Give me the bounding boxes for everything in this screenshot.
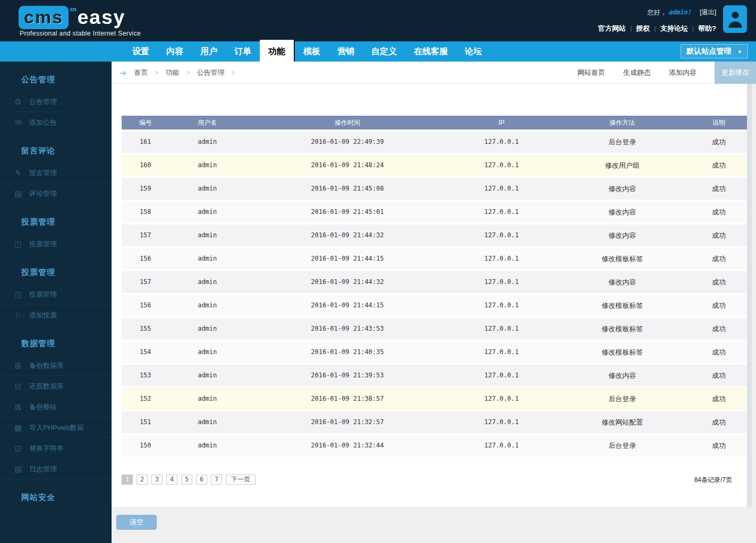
update-cache-button[interactable]: 更新缓存 <box>715 62 756 84</box>
sidebar-item-label: 添加公告 <box>29 118 57 126</box>
sidebar-item-vote-management-1[interactable]: ◫ 投票管理 <box>0 234 112 254</box>
page-button-3[interactable]: 3 <box>151 475 163 485</box>
page-button-5[interactable]: 5 <box>181 475 192 485</box>
cell-action: 修改内容 <box>554 271 691 293</box>
sidebar-item-label: 日志管理 <box>29 465 57 473</box>
next-page-button[interactable]: 下一页 <box>226 475 256 485</box>
table-row: 160 admin 2016-01-09 21:48:24 127.0.0.1 … <box>122 154 747 176</box>
generate-static-link[interactable]: 生成静态 <box>623 68 651 77</box>
tab-orders[interactable]: 订单 <box>226 41 260 62</box>
clear-button[interactable]: 清空 <box>116 515 157 530</box>
breadcrumb-separator: > <box>155 69 158 76</box>
tab-templates[interactable]: 模板 <box>295 41 329 62</box>
cell-id: 158 <box>122 201 169 223</box>
sidebar-item-add-announcement[interactable]: ✉ 添加公告 <box>0 112 112 133</box>
section-title-security: 网站安全 <box>0 479 112 509</box>
logo-tagline: Professional and stable Internet Service <box>20 30 141 37</box>
breadcrumb-announcement[interactable]: 公告管理 <box>197 68 224 77</box>
tab-marketing[interactable]: 营销 <box>329 41 363 62</box>
logo-easy-text: easy <box>78 6 125 29</box>
column-header-action: 操作方法 <box>554 116 691 130</box>
greeting-line: 您好，admin! [退出] <box>598 8 716 17</box>
sidebar-item-comment-management[interactable]: ▤ 评论管理 <box>0 183 112 204</box>
table-row: 157 admin 2016-01-09 21:44:32 127.0.0.1 … <box>122 271 747 293</box>
sidebar-item-replace-string[interactable]: ⊡ 替换字符串 <box>0 438 112 459</box>
sidebar-item-vote-management-2[interactable]: ◫ 投票管理 <box>0 284 112 305</box>
cell-result: 成功 <box>691 154 747 176</box>
cell-action: 修改内容 <box>554 225 691 246</box>
main-navbar: 设置 内容 用户 订单 功能 模板 营销 自定义 在线客服 论坛 默认站点管理 … <box>0 41 756 62</box>
import-icon: ▦ <box>13 417 23 438</box>
tab-settings[interactable]: 设置 <box>124 41 158 62</box>
authorization-link[interactable]: 授权 <box>636 24 650 32</box>
tab-online-service[interactable]: 在线客服 <box>405 41 456 62</box>
sidebar-item-backup-site[interactable]: ⊠ 备份整站 <box>0 397 112 417</box>
flag-icon: ⚐ <box>13 305 23 325</box>
page-button-4[interactable]: 4 <box>166 475 177 485</box>
cell-username: admin <box>169 435 245 456</box>
cell-result: 成功 <box>691 271 747 293</box>
table-body: 161 admin 2016-01-09 22:49:39 127.0.0.1 … <box>122 131 747 456</box>
table-row: 156 admin 2016-01-09 21:44:15 127.0.0.1 … <box>122 248 747 270</box>
sidebar-item-backup-database[interactable]: ⊞ 备份数据库 <box>0 355 112 376</box>
site-selector-dropdown[interactable]: 默认站点管理 ▼ <box>681 44 748 58</box>
cell-result: 成功 <box>691 388 747 410</box>
tab-features[interactable]: 功能 <box>260 40 295 62</box>
breadcrumb: ➔ 首页 > 功能 > 公告管理 > <box>120 62 242 84</box>
avatar[interactable] <box>723 5 747 33</box>
sidebar-item-add-vote[interactable]: ⚐ 添加投票 <box>0 305 112 325</box>
cell-id: 157 <box>122 271 169 293</box>
sidebar-item-label: 投票管理 <box>29 290 57 298</box>
breadcrumb-separator: > <box>186 69 190 76</box>
site-selector-label: 默认站点管理 <box>686 47 731 55</box>
tab-custom[interactable]: 自定义 <box>363 41 405 62</box>
breadcrumb-features[interactable]: 功能 <box>165 68 179 77</box>
page-button-2[interactable]: 2 <box>137 475 148 485</box>
cell-username: admin <box>169 201 245 223</box>
sidebar-item-label: 添加投票 <box>29 311 57 319</box>
cmseasy-logo[interactable]: cms cn easy Professional and stable Inte… <box>19 6 141 37</box>
cell-time: 2016-01-09 21:32:44 <box>245 435 449 456</box>
nav-tabs: 设置 内容 用户 订单 功能 模板 营销 自定义 在线客服 论坛 <box>124 41 490 62</box>
greeting-text: 您好， <box>648 8 667 16</box>
cell-time: 2016-01-09 21:40:35 <box>245 341 449 363</box>
content-area: 编号 用户名 操作时间 IP 操作方法 说明 161 admin 2016-01… <box>112 84 756 543</box>
log-icon: ▤ <box>13 459 23 479</box>
cell-time: 2016-01-09 21:44:32 <box>245 271 449 293</box>
page-button-1[interactable]: 1 <box>122 475 133 485</box>
cell-id: 150 <box>122 435 169 456</box>
cell-username: admin <box>169 225 245 246</box>
cell-ip: 127.0.0.1 <box>449 201 554 223</box>
sidebar-item-message-management[interactable]: ✎ 留言管理 <box>0 162 112 183</box>
page-button-6[interactable]: 6 <box>196 475 207 485</box>
page-button-7[interactable]: 7 <box>211 475 222 485</box>
ballot-icon: ◫ <box>13 234 23 254</box>
logo-cn-superscript: cn <box>70 6 77 12</box>
tab-users[interactable]: 用户 <box>192 41 226 62</box>
cell-action: 修改模板标签 <box>554 341 691 363</box>
cell-ip: 127.0.0.1 <box>449 318 554 340</box>
cell-result: 成功 <box>691 435 747 456</box>
sidebar-item-label: 投票管理 <box>29 240 57 248</box>
list-icon: ▤ <box>13 183 23 204</box>
site-home-link[interactable]: 网站首页 <box>577 68 605 77</box>
breadcrumb-home[interactable]: 首页 <box>134 68 148 77</box>
add-content-link[interactable]: 添加内容 <box>669 68 696 77</box>
user-area: 您好，admin! [退出] 官方网站|授权|支持论坛|帮助? <box>598 8 716 33</box>
cell-username: admin <box>169 271 245 293</box>
sidebar-item-import-phpweb[interactable]: ▦ 导入PHPweb数据 <box>0 417 112 438</box>
column-header-ip: IP <box>449 116 554 130</box>
logout-link[interactable]: [退出] <box>700 8 716 16</box>
sidebar-item-announcement-management[interactable]: ⚙ 公告管理 <box>0 91 112 112</box>
cell-id: 151 <box>122 411 169 433</box>
help-link[interactable]: 帮助? <box>698 24 716 32</box>
sidebar-item-log-management[interactable]: ▤ 日志管理 <box>0 459 112 479</box>
support-forum-link[interactable]: 支持论坛 <box>660 24 688 32</box>
pencil-icon: ✎ <box>13 162 23 183</box>
tab-content[interactable]: 内容 <box>158 41 192 62</box>
official-site-link[interactable]: 官方网站 <box>598 24 626 32</box>
tab-forum[interactable]: 论坛 <box>456 41 490 62</box>
sidebar-item-restore-database[interactable]: ⊟ 还原数据库 <box>0 376 112 397</box>
sidebar-item-label: 备份数据库 <box>29 361 64 369</box>
cell-action: 后台登录 <box>554 131 691 153</box>
